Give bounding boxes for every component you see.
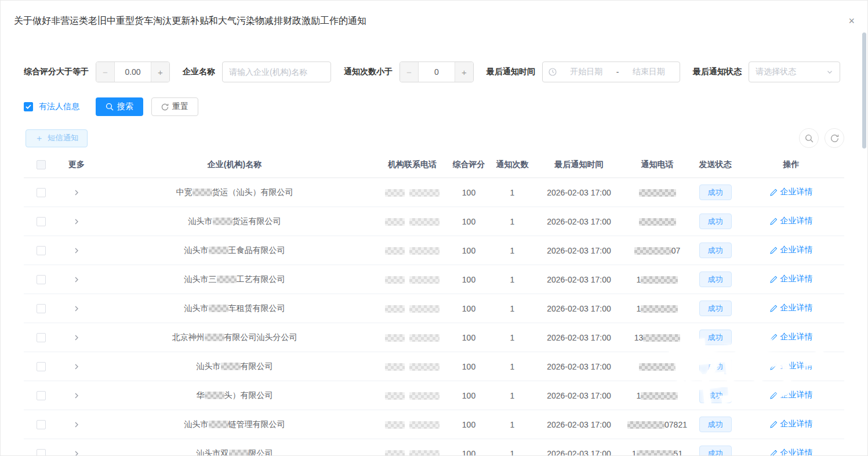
close-icon[interactable]: × (848, 16, 855, 26)
redacted-name-segment (209, 305, 228, 312)
score-value[interactable]: 0.00 (115, 62, 151, 82)
vertical-scrollbar[interactable] (862, 32, 866, 149)
col-header-send-status: 发送状态 (693, 160, 737, 170)
count-cell: 1 (488, 304, 537, 313)
redacted-phone-segment (637, 450, 674, 456)
company-detail-link[interactable]: 企业详情 (770, 245, 813, 255)
company-detail-link[interactable]: 企业详情 (770, 419, 813, 429)
select-all-checkbox[interactable] (37, 160, 46, 169)
count-cell: 1 (488, 333, 537, 342)
redacted-phone-segment (634, 247, 671, 255)
count-cell: 1 (488, 420, 537, 429)
redacted-phone-segment (409, 247, 440, 255)
redacted-phone-segment (639, 218, 676, 226)
row-checkbox[interactable] (37, 304, 46, 313)
col-header-org-phone: 机构联系电话 (375, 160, 450, 170)
status-select[interactable]: 请选择状态 (749, 61, 840, 82)
send-status-badge: 成功 (699, 184, 732, 200)
score-increment-button[interactable]: + (151, 62, 169, 82)
count-cell: 1 (488, 275, 537, 284)
redacted-name-segment (205, 392, 224, 399)
expand-row-icon[interactable] (59, 305, 95, 312)
row-checkbox[interactable] (37, 420, 46, 429)
row-checkbox[interactable] (37, 333, 46, 342)
table-search-icon[interactable] (799, 128, 819, 148)
score-cell: 100 (450, 333, 488, 342)
send-status-badge: 成功 (699, 213, 732, 229)
date-start-placeholder[interactable]: 开始日期 (561, 67, 612, 77)
col-header-count: 通知次数 (488, 160, 537, 170)
sms-notify-button[interactable]: ＋ 短信通知 (26, 129, 88, 147)
expand-row-icon[interactable] (59, 218, 95, 225)
score-cell: 100 (450, 188, 488, 197)
row-checkbox[interactable] (37, 449, 46, 456)
expand-row-icon[interactable] (59, 334, 95, 341)
search-button-label: 搜索 (117, 102, 133, 112)
count-cell: 1 (488, 246, 537, 255)
score-cell: 100 (450, 420, 488, 429)
redacted-name-segment (213, 218, 233, 225)
date-end-placeholder[interactable]: 结束日期 (623, 67, 674, 77)
company-name-cell: 华头）有限公司 (95, 390, 375, 401)
count-value[interactable]: 0 (419, 62, 455, 82)
score-cell: 100 (450, 449, 488, 456)
count-increment-button[interactable]: + (455, 62, 473, 82)
redacted-phone-segment (385, 450, 405, 456)
count-decrement-button[interactable]: − (400, 62, 419, 82)
score-decrement-button[interactable]: − (96, 62, 115, 82)
redacted-name-segment (209, 247, 228, 254)
score-cell: 100 (450, 246, 488, 255)
send-status-badge: 成功 (699, 417, 732, 432)
expand-row-icon[interactable] (59, 189, 95, 196)
row-checkbox[interactable] (37, 275, 46, 284)
search-button[interactable]: 搜索 (96, 97, 143, 116)
send-status-badge: 成功 (699, 301, 732, 316)
company-name-input[interactable] (222, 61, 331, 82)
row-checkbox[interactable] (37, 362, 46, 371)
redacted-phone-segment (409, 276, 440, 284)
table-refresh-icon[interactable] (825, 128, 844, 148)
company-detail-link[interactable]: 企业详情 (770, 303, 813, 313)
reset-button[interactable]: 重置 (151, 97, 198, 116)
count-cell: 1 (488, 188, 537, 197)
row-checkbox[interactable] (37, 188, 46, 197)
col-header-more: 更多 (59, 160, 95, 170)
legal-person-checkbox-label[interactable]: 有法人信息 (39, 102, 79, 112)
redacted-phone-segment (409, 450, 440, 456)
expand-row-icon[interactable] (59, 450, 95, 456)
table-row: 汕头市王食品有限公司 100 1 2026-02-03 17:00 07 成功 … (24, 236, 844, 265)
row-checkbox[interactable] (37, 391, 46, 400)
company-detail-link[interactable]: 企业详情 (770, 332, 813, 342)
redacted-name-segment (193, 189, 212, 196)
org-phone-cell (375, 246, 450, 255)
expand-row-icon[interactable] (59, 276, 95, 283)
company-detail-link[interactable]: 企业详情 (770, 187, 813, 197)
col-header-action: 操作 (737, 160, 845, 170)
redacted-phone-segment (385, 392, 405, 400)
company-detail-link[interactable]: 企业详情 (770, 390, 813, 400)
company-detail-link[interactable]: 企业详情 (770, 274, 813, 284)
last-time-cell: 2026-02-03 17:00 (537, 217, 621, 226)
redacted-phone-segment (409, 392, 440, 400)
action-bar: 有法人信息 搜索 重置 (24, 97, 867, 116)
row-checkbox[interactable] (37, 246, 46, 255)
send-status-badge: 成功 (699, 446, 732, 456)
count-cell: 1 (488, 362, 537, 371)
company-detail-link[interactable]: 企业详情 (770, 216, 813, 226)
redacted-phone-segment (385, 334, 405, 342)
expand-row-icon[interactable] (59, 247, 95, 254)
expand-row-icon[interactable] (59, 363, 95, 370)
date-range-picker[interactable]: 开始日期 - 结束日期 (542, 61, 680, 82)
org-phone-cell (375, 391, 450, 400)
expand-row-icon[interactable] (59, 392, 95, 399)
row-checkbox[interactable] (37, 217, 46, 226)
redacted-name-segment (205, 334, 224, 341)
company-detail-link[interactable]: 企业详情 (770, 361, 813, 371)
legal-person-checkbox[interactable] (24, 102, 33, 111)
company-detail-link[interactable]: 企业详情 (770, 448, 813, 456)
notify-phone-cell (621, 362, 693, 371)
redacted-phone-segment (385, 305, 405, 313)
redacted-name-segment (209, 421, 228, 428)
expand-row-icon[interactable] (59, 421, 95, 428)
send-status-badge: 成功 (699, 388, 732, 403)
